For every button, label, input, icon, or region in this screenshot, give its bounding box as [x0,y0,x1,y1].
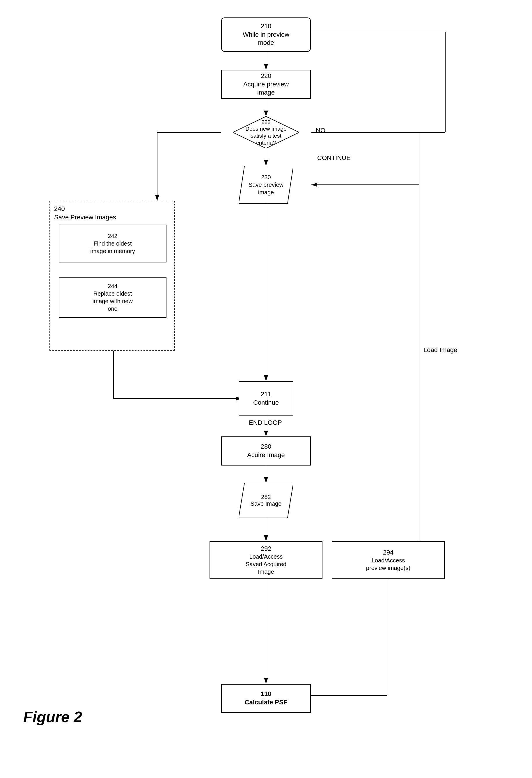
node-294: 294 Load/Accesspreview image(s) [332,541,445,579]
node-240-outer: 240 Save Preview Images 242 Find the old… [50,201,175,351]
diagram: 210 While in preview mode 220 Acquire pr… [0,0,532,778]
node-282: 282 Save Image [239,483,293,518]
no-label: NO [316,127,325,134]
node-222: 222 Does new imagesatisfy a testcriteria… [233,116,299,148]
node-220: 220 Acquire preview image [221,70,311,99]
node-280: 280 Acuire Image [221,437,311,466]
end-loop-label: END LOOP [249,419,282,426]
node-211: 211 Continue [239,381,293,416]
node-210: 210 While in preview mode [221,17,311,52]
node-242: 242 Find the oldestimage in memory [59,225,166,262]
node-110: 110 Calculate PSF [221,684,311,713]
node-292: 292 Load/AccessSaved AcquiredImage [210,541,322,579]
load-image-label: Load Image [424,346,457,354]
node-244: 244 Replace oldestimage with newone [59,277,166,318]
node-230: 230 Save previewimage [239,166,293,204]
figure-label: Figure 2 [23,708,82,726]
continue-label: CONTINUE [317,154,351,162]
